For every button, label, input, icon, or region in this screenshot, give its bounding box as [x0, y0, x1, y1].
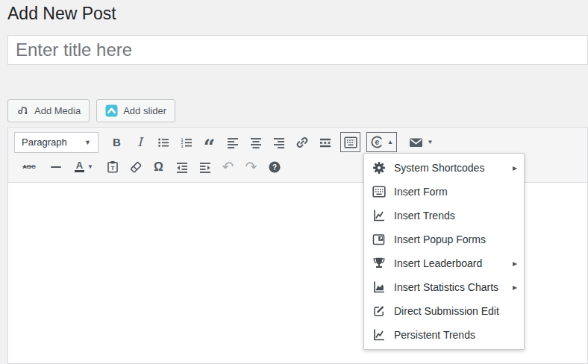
bold-button[interactable]: B — [105, 132, 128, 152]
menu-item-label: System Shortcodes — [394, 162, 504, 174]
media-note-icon — [16, 105, 29, 117]
page-title: Add New Post — [7, 0, 116, 27]
help-icon: ? — [268, 160, 281, 174]
format-select-value: Paragraph — [22, 136, 67, 148]
bullet-list-button[interactable] — [151, 132, 175, 152]
align-right-icon — [272, 136, 286, 149]
add-media-button[interactable]: Add Media — [7, 99, 90, 122]
align-left-button[interactable] — [221, 132, 244, 152]
shortcode-dropdown-button[interactable]: e ▲ — [366, 132, 397, 152]
svg-text:3: 3 — [181, 143, 183, 148]
menu-item-label: Insert Form — [394, 186, 517, 198]
keyboard-form-button[interactable] — [340, 132, 360, 152]
numbered-list-button[interactable]: 1 2 3 — [175, 132, 198, 152]
svg-text:T: T — [110, 165, 114, 172]
menu-item-label: Direct Submission Edit — [394, 305, 517, 317]
strikethrough-button[interactable]: ABC — [14, 157, 44, 177]
mail-dropdown-button[interactable]: ▼ — [403, 132, 439, 152]
menu-item-insert-trends[interactable]: Insert Trends — [364, 204, 524, 228]
numbered-list-icon: 1 2 3 — [180, 136, 193, 149]
paste-as-text-button[interactable]: T — [101, 157, 124, 177]
redo-icon: ↷ — [245, 161, 257, 173]
menu-item-label: Insert Popup Forms — [394, 233, 517, 245]
shortcode-dropdown-menu: System Shortcodes ▸ Insert Form — [363, 153, 525, 350]
insert-link-button[interactable] — [290, 132, 313, 152]
menu-item-persistent-trends[interactable]: Persistent Trends — [364, 323, 524, 347]
strikethrough-icon: ABC — [22, 163, 35, 170]
read-more-icon — [319, 136, 332, 149]
italic-button[interactable]: I — [128, 132, 151, 152]
align-left-icon — [226, 136, 240, 149]
keyboard-icon — [344, 136, 357, 148]
edit-pencil-icon — [372, 304, 386, 318]
text-color-icon: A — [75, 161, 84, 172]
chevron-down-icon: ▼ — [84, 139, 91, 146]
gear-icon — [372, 161, 386, 175]
submenu-arrow-icon: ▸ — [513, 163, 517, 173]
popup-window-icon — [372, 233, 386, 246]
menu-item-label: Persistent Trends — [394, 329, 517, 341]
omega-icon: Ω — [154, 160, 163, 174]
toolbar-row-1: Paragraph ▼ B I — [14, 130, 587, 154]
indent-icon — [198, 160, 212, 174]
submenu-arrow-icon: ▸ — [513, 258, 517, 269]
chevron-down-icon: ▼ — [87, 163, 93, 170]
post-title-input[interactable] — [7, 35, 588, 65]
read-more-button[interactable] — [313, 132, 337, 152]
eraser-icon — [129, 160, 143, 174]
clear-formatting-button[interactable] — [124, 157, 147, 177]
menu-item-insert-form[interactable]: Insert Form — [364, 180, 524, 204]
line-chart-icon — [372, 209, 386, 222]
menu-item-insert-popup-forms[interactable]: Insert Popup Forms — [364, 228, 524, 251]
circled-e-icon: e — [370, 135, 384, 149]
media-buttons-row: Add Media Add slider — [7, 99, 175, 122]
submenu-arrow-icon: ▸ — [513, 282, 517, 292]
menu-item-insert-leaderboard[interactable]: Insert Leaderboard ▸ — [364, 251, 524, 275]
text-color-button[interactable]: A ▼ — [67, 157, 101, 177]
caret-up-icon: ▲ — [387, 139, 393, 145]
align-center-button[interactable] — [244, 132, 267, 152]
add-slider-button[interactable]: Add slider — [96, 99, 175, 122]
trophy-icon — [372, 257, 386, 270]
clipboard-text-icon: T — [106, 160, 119, 174]
bold-icon: B — [113, 136, 121, 148]
form-icon — [372, 185, 386, 198]
add-media-label: Add Media — [34, 105, 81, 116]
menu-item-insert-statistics-charts[interactable]: Insert Statistics Charts ▸ — [364, 275, 524, 299]
outdent-icon — [175, 160, 189, 174]
add-slider-label: Add slider — [123, 105, 166, 116]
line-chart-icon — [372, 328, 386, 342]
menu-item-label: Insert Statistics Charts — [394, 281, 504, 293]
help-button[interactable]: ? — [263, 157, 286, 177]
bullet-list-icon — [157, 136, 170, 149]
italic-icon: I — [137, 135, 142, 149]
caret-down-icon: ▼ — [428, 139, 434, 145]
slider-chevron-icon — [105, 104, 118, 117]
svg-text:e: e — [375, 138, 380, 146]
align-right-button[interactable] — [267, 132, 290, 152]
menu-item-label: Insert Trends — [394, 210, 517, 222]
paragraph-format-select[interactable]: Paragraph ▼ — [14, 132, 98, 153]
horizontal-rule-button[interactable] — [44, 157, 67, 177]
menu-item-system-shortcodes[interactable]: System Shortcodes ▸ — [364, 156, 524, 180]
outdent-button[interactable] — [170, 157, 193, 177]
blockquote-icon: “ — [204, 144, 216, 151]
menu-item-direct-submission-edit[interactable]: Direct Submission Edit — [364, 299, 524, 323]
indent-button[interactable] — [193, 157, 216, 177]
svg-text:?: ? — [272, 163, 276, 171]
envelope-icon — [409, 136, 423, 148]
horizontal-rule-icon — [51, 166, 61, 168]
post-editor-screen: Add New Post Add Media Add slider — [0, 0, 588, 364]
undo-icon: ↶ — [222, 161, 234, 173]
menu-item-label: Insert Leaderboard — [394, 257, 504, 269]
undo-button[interactable]: ↶ — [216, 157, 240, 177]
special-character-button[interactable]: Ω — [147, 157, 170, 177]
link-icon — [295, 136, 309, 149]
blockquote-button[interactable]: “ — [198, 132, 221, 152]
redo-button[interactable]: ↷ — [240, 157, 263, 177]
area-chart-icon — [372, 280, 386, 294]
align-center-icon — [249, 136, 263, 149]
